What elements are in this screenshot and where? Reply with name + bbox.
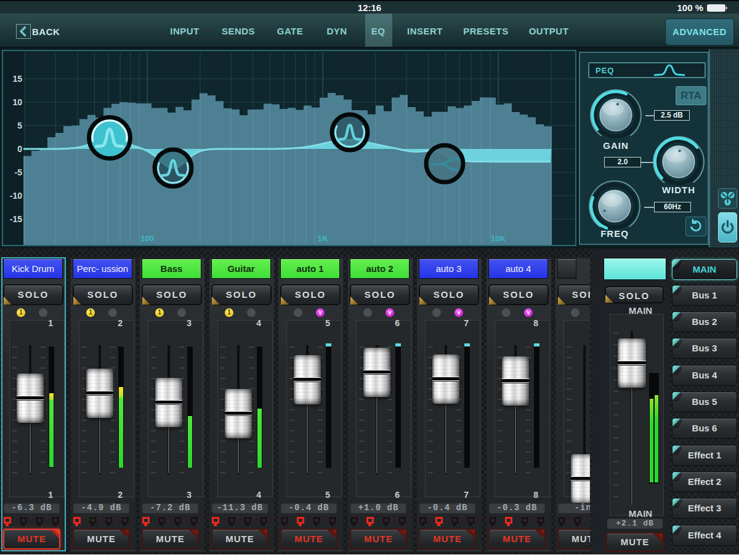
svg-text:1K: 1K [318,234,328,243]
svg-text:-15: -15 [10,214,22,224]
svg-text:-5: -5 [15,167,23,177]
svg-text:10: 10 [12,97,22,107]
svg-text:15: 15 [12,74,22,84]
svg-text:0: 0 [17,144,22,154]
svg-text:5: 5 [17,121,22,130]
svg-text:100: 100 [140,234,154,243]
svg-text:10K: 10K [491,234,506,243]
svg-text:-10: -10 [10,191,22,201]
